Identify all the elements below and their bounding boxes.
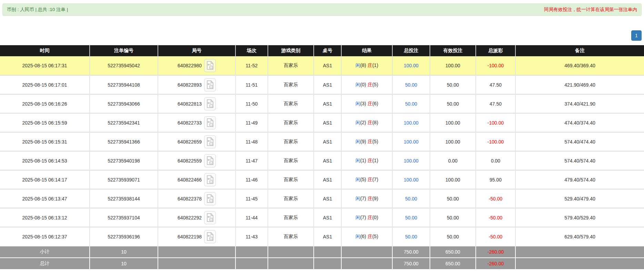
result-cell: 闲(5) 庄(7) [341,170,392,189]
round-video-button[interactable] [204,173,216,186]
bet-id-cell: 522735938144 [90,189,158,208]
table-no-cell: AS1 [314,132,341,151]
valid-bet-cell: 50.00 [430,189,476,208]
result-player-label: 闲 [355,82,360,87]
bet-records-table: 时间注单编号局号场次游戏类别桌号结果总投注有效投注总派彩备注 2025-08-1… [0,45,644,270]
time-cell: 2025-08-15 06:14:17 [0,170,90,189]
round-video-button[interactable] [204,78,216,91]
total-bet-cell: 100.00 [392,170,430,189]
total-bet-link[interactable]: 100.00 [404,177,419,183]
valid-bet-cell: 0.00 [430,151,476,170]
total-bet-link[interactable]: 50.00 [405,234,417,239]
result-banker-label: 庄 [368,215,372,220]
column-header: 注单编号 [90,45,158,56]
round-cell: 640822813 [158,94,235,113]
table-row[interactable]: 2025-08-15 06:14:53 522735940198 6408225… [0,151,644,170]
result-banker-label: 庄 [368,158,372,163]
video-record-document-icon [206,80,214,89]
result-banker-value: (5) [372,82,378,87]
video-record-document-icon [206,61,214,70]
result-banker-value: (8) [372,120,378,125]
result-banker-label: 庄 [368,82,372,87]
summary-total-bet: 750.00 [392,246,430,258]
table-row[interactable]: 2025-08-15 06:14:17 522735939071 6408224… [0,170,644,189]
round-cell: 640822378 [158,189,235,208]
game-type-cell: 百家乐 [268,132,314,151]
summary-valid-bet: 650.00 [430,258,476,269]
round-video-button[interactable] [204,59,216,72]
remark-cell: 629.40/579.40 [515,227,644,246]
result-player-label: 闲 [355,215,360,220]
table-row[interactable]: 2025-08-15 06:17:31 522735945042 6408229… [0,56,644,75]
result-player-label: 闲 [355,120,360,125]
round-video-button[interactable] [204,116,216,129]
table-row[interactable]: 2025-08-15 06:15:59 522735942341 6408227… [0,113,644,132]
result-banker-label: 庄 [368,177,372,182]
round-video-button[interactable] [204,230,216,243]
table-row[interactable]: 2025-08-15 06:12:37 522735936196 6408221… [0,227,644,246]
bet-id-cell: 522735936196 [90,227,158,246]
table-header: 时间注单编号局号场次游戏类别桌号结果总投注有效投注总派彩备注 [0,45,644,56]
round-cell: 640822893 [158,75,235,94]
result-banker-label: 庄 [368,101,372,106]
total-bet-link[interactable]: 100.00 [404,139,419,145]
round-id: 640822378 [178,196,202,202]
round-video-button[interactable] [204,211,216,224]
column-header: 场次 [235,45,268,56]
table-row[interactable]: 2025-08-15 06:13:47 522735938144 6408223… [0,189,644,208]
total-bet-link[interactable]: 50.00 [405,82,417,88]
round-id: 640822813 [178,101,202,107]
total-bet-link[interactable]: 100.00 [404,63,419,68]
round-video-button[interactable] [204,135,216,148]
currency-summary-bar: 币别 : 人民币 | 总共 :10 注单 | 同局有效投注，统一计算在该局第一张… [2,3,642,16]
round-video-button[interactable] [204,192,216,205]
round-id: 640822559 [178,158,202,164]
total-bet-link[interactable]: 50.00 [405,215,417,220]
summary-valid-bet: 650.00 [430,246,476,258]
payout-cell: 0.00 [476,151,515,170]
total-bet-cell: 100.00 [392,132,430,151]
round-id: 640822466 [178,177,202,183]
round-video-button[interactable] [204,154,216,167]
summary-row: 小计 10 750.00 650.00 -260.00 [0,246,644,258]
table-row[interactable]: 2025-08-15 06:13:12 522735937104 6408222… [0,208,644,227]
result-player-value: (2) [360,120,366,125]
page-1-button[interactable]: 1 [631,30,642,41]
total-bet-link[interactable]: 50.00 [405,101,417,107]
round-video-button[interactable] [204,97,216,110]
total-bet-link[interactable]: 100.00 [404,120,419,126]
time-cell: 2025-08-15 06:15:31 [0,132,90,151]
result-banker-value: (5) [372,234,378,239]
table-no-cell: AS1 [314,113,341,132]
video-record-document-icon [206,175,214,184]
bet-id-cell: 522735939071 [90,170,158,189]
round-cell: 640822292 [158,208,235,227]
result-cell: 闲(2) 庄(8) [341,113,392,132]
result-player-label: 闲 [355,139,360,144]
valid-bet-cell: 100.00 [430,170,476,189]
session-cell: 11-52 [235,56,268,75]
session-cell: 11-48 [235,132,268,151]
column-header: 结果 [341,45,392,56]
round-id: 640822733 [178,120,202,126]
video-record-document-icon [206,99,214,108]
session-cell: 11-49 [235,113,268,132]
round-id: 640822292 [178,215,202,220]
time-cell: 2025-08-15 06:13:12 [0,208,90,227]
result-player-label: 闲 [355,158,360,163]
table-row[interactable]: 2025-08-15 06:17:01 522735944108 6408228… [0,75,644,94]
table-no-cell: AS1 [314,56,341,75]
table-no-cell: AS1 [314,151,341,170]
result-banker-value: (1) [372,158,378,163]
result-cell: 闲(8) 庄(1) [341,56,392,75]
table-row[interactable]: 2025-08-15 06:15:31 522735941366 6408226… [0,132,644,151]
table-row[interactable]: 2025-08-15 06:16:26 522735943066 6408228… [0,94,644,113]
game-type-cell: 百家乐 [268,208,314,227]
total-bet-link[interactable]: 100.00 [404,158,419,164]
total-bet-link[interactable]: 50.00 [405,196,417,202]
summary-count: 10 [90,246,158,258]
round-cell: 640822980 [158,56,235,75]
session-cell: 11-51 [235,75,268,94]
result-banker-label: 庄 [368,62,372,68]
valid-bet-notice: 同局有效投注，统一计算在该局第一张注单内 [544,7,637,13]
